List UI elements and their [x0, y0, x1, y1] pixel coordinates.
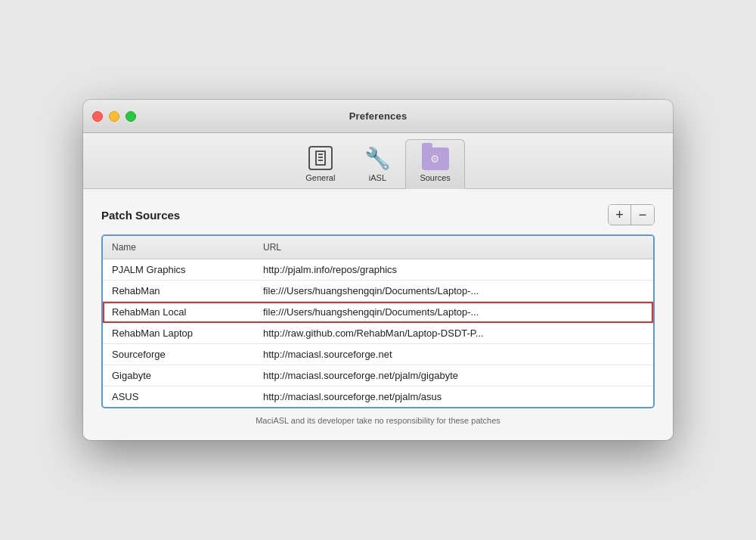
iasl-icon: 🔧 — [364, 144, 391, 172]
maximize-button[interactable] — [125, 111, 136, 122]
toolbar: General 🔧 iASL Sources — [83, 133, 673, 189]
cell-name: RehabMan — [103, 281, 254, 301]
toolbar-label-sources: Sources — [420, 173, 450, 182]
table-row[interactable]: RehabMan file:///Users/huangshengqin/Doc… — [103, 281, 653, 302]
cell-url: file:///Users/huangshengqin/Documents/La… — [254, 281, 653, 301]
table-row[interactable]: RehabMan Laptop http://raw.github.com/Re… — [103, 323, 653, 344]
cell-url: http://maciasl.sourceforge.net/pjalm/gig… — [254, 365, 653, 386]
content-area: Patch Sources + − Name URL PJALM Graphic… — [83, 189, 673, 440]
cell-url: http://raw.github.com/RehabMan/Laptop-DS… — [254, 323, 653, 343]
sources-icon — [422, 144, 449, 172]
column-header-url: URL — [254, 239, 653, 256]
toolbar-item-general[interactable]: General — [291, 139, 349, 188]
toolbar-item-sources[interactable]: Sources — [405, 139, 464, 189]
remove-source-button[interactable]: − — [631, 205, 654, 225]
footer-disclaimer: MaciASL and its developer take no respon… — [101, 408, 655, 431]
table-header: Name URL — [103, 236, 653, 259]
table-row[interactable]: ASUS http://maciasl.sourceforge.net/pjal… — [103, 386, 653, 407]
window-title: Preferences — [349, 110, 407, 122]
cell-name: PJALM Graphics — [103, 259, 254, 280]
window-controls — [92, 111, 136, 122]
column-header-name: Name — [103, 239, 254, 256]
cell-url: http://maciasl.sourceforge.net — [254, 344, 653, 365]
add-source-button[interactable]: + — [609, 205, 631, 225]
table-row[interactable]: Sourceforge http://maciasl.sourceforge.n… — [103, 344, 653, 365]
toolbar-label-iasl: iASL — [369, 173, 386, 182]
cell-url: http://pjalm.info/repos/graphics — [254, 259, 653, 280]
table-row-selected[interactable]: RehabMan Local file:///Users/huangshengq… — [103, 302, 653, 323]
cell-name: Sourceforge — [103, 344, 254, 365]
add-remove-group: + − — [608, 204, 655, 225]
titlebar: Preferences — [83, 100, 673, 133]
cell-name: RehabMan Local — [103, 302, 254, 322]
preferences-window: Preferences General 🔧 iASL Sources — [83, 100, 673, 440]
cell-name: ASUS — [103, 386, 254, 407]
general-icon — [307, 144, 334, 172]
table-row[interactable]: Gigabyte http://maciasl.sourceforge.net/… — [103, 365, 653, 386]
cell-url: http://maciasl.sourceforge.net/pjalm/asu… — [254, 386, 653, 407]
section-header: Patch Sources + − — [101, 204, 655, 225]
toolbar-label-general: General — [305, 173, 335, 182]
close-button[interactable] — [92, 111, 103, 122]
table-row[interactable]: PJALM Graphics http://pjalm.info/repos/g… — [103, 259, 653, 281]
sources-table: Name URL PJALM Graphics http://pjalm.inf… — [101, 234, 655, 408]
cell-url: file:///Users/huangshengqin/Documents/La… — [254, 302, 653, 322]
minimize-button[interactable] — [109, 111, 119, 122]
cell-name: Gigabyte — [103, 365, 254, 386]
toolbar-item-iasl[interactable]: 🔧 iASL — [349, 139, 405, 188]
cell-name: RehabMan Laptop — [103, 323, 254, 343]
section-title: Patch Sources — [101, 209, 180, 222]
